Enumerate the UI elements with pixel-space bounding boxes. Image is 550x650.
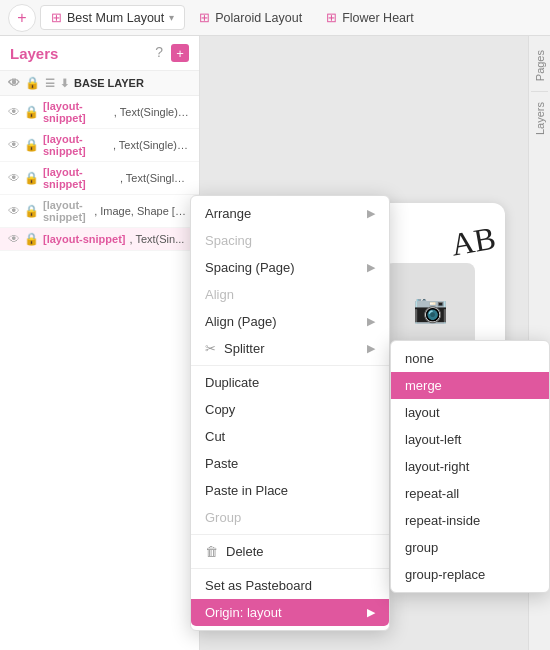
- menu-copy[interactable]: Copy: [191, 396, 389, 423]
- submenu-layout-right-label: layout-right: [405, 459, 469, 474]
- layers-title: Layers: [10, 45, 58, 62]
- layer-tag-4: [layout-snippet]: [43, 233, 126, 245]
- separator-1: [191, 365, 389, 366]
- menu-spacing: Spacing: [191, 227, 389, 254]
- menu-spacing-label: Spacing: [205, 233, 252, 248]
- pages-divider: [531, 91, 548, 92]
- context-menu: Arrange ▶ Spacing Spacing (Page) ▶ Align…: [190, 195, 390, 631]
- menu-group: Group: [191, 504, 389, 531]
- eye-icon-0: 👁: [8, 105, 20, 119]
- menu-origin-layout[interactable]: Origin: layout ▶: [191, 599, 389, 626]
- submenu-none[interactable]: none: [391, 345, 549, 372]
- menu-arrange-label: Arrange: [205, 206, 251, 221]
- layer-tag-1: [layout-snippet]: [43, 133, 109, 157]
- base-layer-save-icon: ⬇: [60, 77, 69, 90]
- layer-text-3: , Image, Shape [Placeholder Ima...: [94, 205, 191, 217]
- menu-delete[interactable]: 🗑 Delete: [191, 538, 389, 565]
- submenu-layout-left[interactable]: layout-left: [391, 426, 549, 453]
- menu-align-page-label: Align (Page): [205, 314, 277, 329]
- layer-item-2[interactable]: 👁 🔒 [layout-snippet] , Text(Single) [S]: [0, 162, 199, 195]
- lock-icon: 🔒: [25, 76, 40, 90]
- submenu-splitter: none merge layout layout-left layout-rig…: [390, 340, 550, 593]
- lock-icon-4: 🔒: [24, 232, 39, 246]
- submenu-repeat-inside-label: repeat-inside: [405, 513, 480, 528]
- menu-set-pasteboard[interactable]: Set as Pasteboard: [191, 572, 389, 599]
- layer-tag-2: [layout-snippet]: [43, 166, 116, 190]
- menu-arrange-arrow: ▶: [367, 207, 375, 220]
- lock-icon-3: 🔒: [24, 204, 39, 218]
- layers-icons: ? +: [155, 44, 189, 62]
- menu-paste[interactable]: Paste: [191, 450, 389, 477]
- menu-splitter-arrow: ▶: [367, 342, 375, 355]
- submenu-group-replace[interactable]: group-replace: [391, 561, 549, 588]
- layers-add-icon[interactable]: +: [171, 44, 189, 62]
- eye-icon: 👁: [8, 76, 20, 90]
- submenu-repeat-all-label: repeat-all: [405, 486, 459, 501]
- menu-cut-label: Cut: [205, 429, 225, 444]
- cursive-text: AB: [448, 219, 498, 263]
- layer-text-0: , Text(Single) [Best]: [114, 106, 191, 118]
- menu-arrange[interactable]: Arrange ▶: [191, 200, 389, 227]
- menu-duplicate[interactable]: Duplicate: [191, 369, 389, 396]
- submenu-layout[interactable]: layout: [391, 399, 549, 426]
- menu-duplicate-label: Duplicate: [205, 375, 259, 390]
- separator-2: [191, 534, 389, 535]
- base-layer-label: BASE LAYER: [74, 77, 144, 89]
- tab-icon-2: ⊞: [199, 10, 210, 25]
- lock-icon-2: 🔒: [24, 171, 39, 185]
- menu-paste-label: Paste: [205, 456, 238, 471]
- menu-paste-in-place[interactable]: Paste in Place: [191, 477, 389, 504]
- layers-panel: Layers ? + 👁 🔒 ☰ ⬇ BASE LAYER 👁 🔒 [layou…: [0, 36, 200, 650]
- tab-best-mum-layout[interactable]: ⊞ Best Mum Layout ▾: [40, 5, 185, 30]
- eye-icon-1: 👁: [8, 138, 20, 152]
- eye-icon-2: 👁: [8, 171, 20, 185]
- menu-group-label: Group: [205, 510, 241, 525]
- tab-icon-3: ⊞: [326, 10, 337, 25]
- submenu-merge-label: merge: [405, 378, 442, 393]
- tab-label-2: Polaroid Layout: [215, 11, 302, 25]
- layer-text-2: , Text(Single) [S]: [120, 172, 191, 184]
- menu-splitter[interactable]: ✂ Splitter ▶: [191, 335, 389, 362]
- submenu-repeat-inside[interactable]: repeat-inside: [391, 507, 549, 534]
- plus-icon: +: [17, 9, 26, 27]
- submenu-merge[interactable]: merge: [391, 372, 549, 399]
- menu-origin-arrow: ▶: [367, 606, 375, 619]
- separator-3: [191, 568, 389, 569]
- layers-header: Layers ? +: [0, 36, 199, 71]
- submenu-group-replace-label: group-replace: [405, 567, 485, 582]
- layer-text-4: , Text(Sin...: [130, 233, 185, 245]
- menu-cut[interactable]: Cut: [191, 423, 389, 450]
- submenu-repeat-all[interactable]: repeat-all: [391, 480, 549, 507]
- submenu-none-label: none: [405, 351, 434, 366]
- menu-align-label: Align: [205, 287, 234, 302]
- submenu-group-label: group: [405, 540, 438, 555]
- menu-copy-label: Copy: [205, 402, 235, 417]
- layer-item-4[interactable]: 👁 🔒 [layout-snippet] , Text(Sin...: [0, 228, 199, 251]
- layer-tag-0: [layout-snippet]: [43, 100, 110, 124]
- tab-icon-1: ⊞: [51, 10, 62, 25]
- tab-label-3: Flower Heart: [342, 11, 414, 25]
- tab-flower-heart[interactable]: ⊞ Flower Heart: [316, 6, 424, 29]
- pages-label[interactable]: Pages: [534, 44, 546, 87]
- layer-item-1[interactable]: 👁 🔒 [layout-snippet] , Text(Single) [Mum…: [0, 129, 199, 162]
- tab-arrow-1: ▾: [169, 12, 174, 23]
- submenu-group[interactable]: group: [391, 534, 549, 561]
- submenu-layout-right[interactable]: layout-right: [391, 453, 549, 480]
- tab-polaroid-layout[interactable]: ⊞ Polaroid Layout: [189, 6, 312, 29]
- layer-item-3[interactable]: 👁 🔒 [layout-snippet] , Image, Shape [Pla…: [0, 195, 199, 228]
- menu-align-page[interactable]: Align (Page) ▶: [191, 308, 389, 335]
- add-button[interactable]: +: [8, 4, 36, 32]
- layers-help-icon[interactable]: ?: [155, 44, 163, 62]
- layer-item-0[interactable]: 👁 🔒 [layout-snippet] , Text(Single) [Bes…: [0, 96, 199, 129]
- lock-icon-1: 🔒: [24, 138, 39, 152]
- layer-tag-3: [layout-snippet]: [43, 199, 90, 223]
- menu-delete-content: 🗑 Delete: [205, 544, 264, 559]
- base-layer-row: 👁 🔒 ☰ ⬇ BASE LAYER: [0, 71, 199, 96]
- menu-spacing-page[interactable]: Spacing (Page) ▶: [191, 254, 389, 281]
- menu-paste-in-place-label: Paste in Place: [205, 483, 288, 498]
- submenu-layout-left-label: layout-left: [405, 432, 461, 447]
- scissors-icon: ✂: [205, 341, 216, 356]
- menu-splitter-label: Splitter: [224, 341, 264, 356]
- menu-delete-label: Delete: [226, 544, 264, 559]
- layers-label[interactable]: Layers: [534, 96, 546, 141]
